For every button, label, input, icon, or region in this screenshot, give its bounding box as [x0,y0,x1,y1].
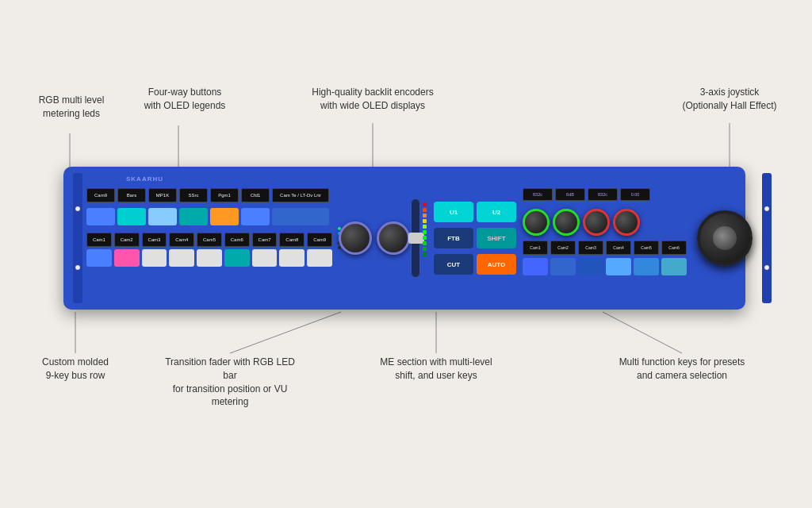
fader-led-8 [423,247,427,251]
right-knobs-row [523,209,687,236]
btn-top-5[interactable] [210,208,239,225]
bus-btn-5[interactable] [197,249,222,267]
oled-r2: 6dB [555,188,585,201]
right-ear-hole-bottom [764,264,770,271]
cam-label-7: Cam7 [252,233,278,247]
btn-top-2[interactable] [117,208,146,225]
fader-handle[interactable] [408,233,424,244]
oled-row-right: 832c 6dB 832c 0.00 [523,188,687,202]
fader-led-2 [423,214,427,217]
right-ear [762,173,772,303]
btn-top-6[interactable] [241,208,270,225]
oled-camr-1: Cam1 [523,241,548,255]
me-btn-cut[interactable]: CUT [434,254,473,275]
section-joystick [691,177,758,299]
btn-top-wide[interactable] [272,208,329,225]
section-fader [404,177,427,299]
oled-r3: 832c [588,188,618,201]
fader-led-9 [423,252,427,256]
oled-r4: 0.00 [620,188,650,201]
fader-led-4 [423,225,427,229]
joystick[interactable] [697,210,753,266]
bus-btn-6[interactable] [224,249,250,267]
fader-led-7 [423,241,427,245]
me-btn-u1[interactable]: U1 [434,202,473,222]
fader-led-5 [423,230,427,234]
cam-btn-1[interactable] [523,258,548,275]
annotation-me: ME section with multi-levelshift, and us… [373,356,500,383]
cam-btn-4[interactable] [606,258,631,275]
knob-left[interactable] [339,221,372,255]
cam-label-2: Cam2 [114,233,140,247]
cam-label-3: Cam3 [142,233,167,247]
bus-btn-3[interactable] [142,249,167,267]
bus-btn-9[interactable] [307,249,332,267]
oled-camr-6: Cam6 [661,241,687,255]
btn-top-3[interactable] [148,208,177,225]
bus-btn-4[interactable] [169,249,194,267]
oled-camr-3: Cam3 [578,241,603,255]
cam-label-6: Cam6 [224,233,250,247]
me-btn-ftb[interactable]: FTB [434,228,473,248]
cam-label-row: Cam1 Cam2 Cam3 Cam4 Cam5 Cam6 Cam7 Cam8 … [86,233,332,247]
knob-r4-red[interactable] [613,209,640,236]
fader-led-6 [423,236,427,240]
cam-btn-3[interactable] [578,258,603,275]
controller-device: SKAARHU Cam9 Bars MP1K SSrc Pgm1 Cfd1 Ca… [63,167,745,310]
bus-btn-2[interactable] [114,249,140,267]
me-btn-u2[interactable]: U2 [477,202,516,222]
cam-btn-2[interactable] [550,258,576,275]
me-btn-shift[interactable]: SHIFT [477,228,516,248]
annotation-encoders: High-quality backlit encoderswith wide O… [309,86,436,113]
me-btn-auto[interactable]: AUTO [477,254,516,275]
btn-top-4[interactable] [179,208,208,225]
cam-label-4: Cam4 [169,233,194,247]
annotation-multifunction: Multi function keys for presetsand camer… [619,356,745,383]
fader-led-bar [423,202,427,274]
oled-camr-4: Cam4 [606,241,631,255]
me-row-3: CUT AUTO [434,254,516,275]
oled-pgm1: Pgm1 [210,188,239,202]
oled-camr-2: Cam2 [550,241,576,255]
bus-btn-8[interactable] [279,249,304,267]
annotation-joystick: 3-axis joystick(Optionally Hall Effect) [674,86,785,113]
joystick-cap [713,226,737,250]
section-left: Cam9 Bars MP1K SSrc Pgm1 Cfd1 Cam Te / L… [86,177,332,299]
btn-row-top [86,208,332,227]
bus-btn-1[interactable] [86,249,112,267]
oled-mp1k: MP1K [148,188,177,202]
oled-r1: 832c [523,188,553,201]
oled-wide-1: Cam Te / LT-Dv Lrtr [272,188,329,202]
knob-r1-green[interactable] [523,209,550,236]
cam-label-5: Cam5 [197,233,222,247]
ear-hole-bottom [75,264,81,271]
oled-camr-5: Cam5 [634,241,659,255]
cam-label-9: Cam9 [307,233,332,247]
oled-cam9: Cam9 [86,188,115,202]
oled-row-top: Cam9 Bars MP1K SSrc Pgm1 Cfd1 Cam Te / L… [86,188,332,206]
me-row-1: U1 U2 [434,202,516,222]
page-wrapper: RGB multi level metering leds Four-way b… [0,0,812,508]
section-me: U1 U2 FTB SHIFT CUT AUTO [431,177,519,299]
bus-row [86,249,332,268]
me-row-2: FTB SHIFT [434,228,516,248]
fader-assembly [411,198,420,278]
left-ear [73,173,82,303]
cam-btn-row [523,258,687,275]
fader-led-3 [423,219,427,223]
cam-btn-6[interactable] [661,258,687,275]
knob-r3-red[interactable] [583,209,610,236]
bus-btn-7[interactable] [252,249,278,267]
fader-track[interactable] [411,198,420,278]
annotation-fader: Transition fader with RGB LED barfor tra… [163,356,297,409]
fader-led-0 [423,202,427,206]
annotation-custom: Custom molded9-key bus row [24,356,127,383]
btn-top-1[interactable] [86,208,115,225]
section-mid-knobs [348,177,400,299]
fader-led-1 [423,208,427,212]
oled-cfd1: Cfd1 [241,188,270,202]
cam-btn-5[interactable] [634,258,659,275]
knob-r2-green[interactable] [553,209,580,236]
oled-ssrc: SSrc [179,188,208,202]
annotation-four-way: Four-way buttonswith OLED legends [133,86,236,113]
